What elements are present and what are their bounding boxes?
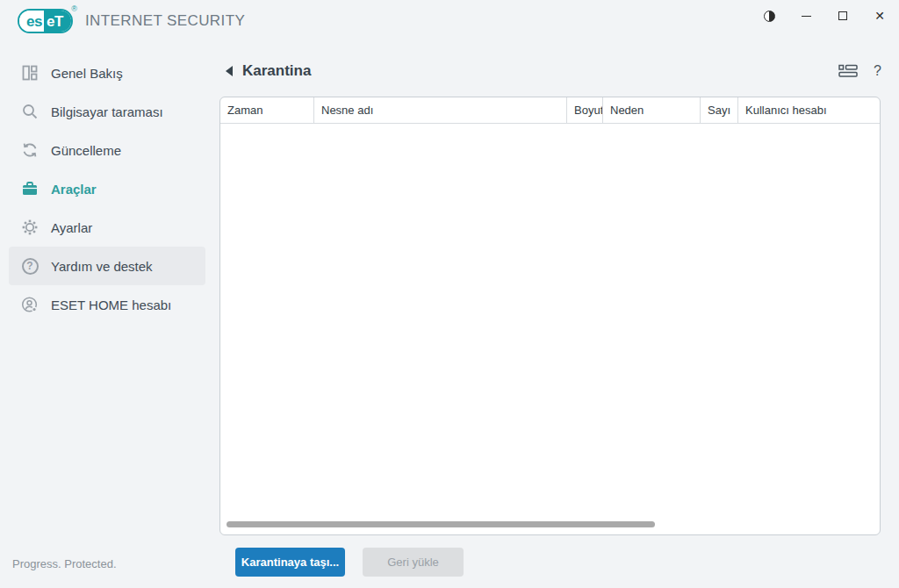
details-view-icon[interactable] <box>838 64 858 78</box>
sidebar-item-label: Yardım ve destek <box>51 259 153 274</box>
sidebar-item-label: ESET HOME hesabı <box>51 298 171 312</box>
sidebar-item-settings[interactable]: Ayarlar <box>9 208 205 247</box>
product-name: INTERNET SECURITY <box>85 12 245 30</box>
eset-logo-pill: es eT ® <box>18 9 73 33</box>
back-button[interactable] <box>219 61 239 81</box>
column-header-reason[interactable]: Neden <box>603 97 701 123</box>
gear-icon <box>21 219 39 236</box>
help-icon[interactable]: ? <box>874 63 881 79</box>
refresh-icon <box>21 141 39 159</box>
window-controls: ✕ <box>762 0 887 32</box>
sidebar-item-eset-home-account[interactable]: ESET HOME hesabı <box>9 285 205 324</box>
quarantine-table-panel: Zaman Nesne adı Boyut Neden Sayı Kullanı… <box>219 97 881 535</box>
sidebar-item-label: Ayarlar <box>51 220 92 235</box>
restore-button[interactable]: Geri yükle <box>363 548 464 577</box>
page-title: Karantina <box>242 62 311 80</box>
sidebar-item-computer-scan[interactable]: Bilgisayar taraması <box>9 92 205 131</box>
move-to-quarantine-button[interactable]: Karantinaya taşı... <box>235 548 345 577</box>
back-arrow-icon <box>226 66 233 76</box>
content-header: Karantina ? <box>219 56 881 86</box>
overview-icon <box>21 64 39 82</box>
eset-logo: es eT ® <box>18 9 73 33</box>
briefcase-icon <box>21 180 39 197</box>
column-header-object-name[interactable]: Nesne adı <box>314 97 567 123</box>
search-icon <box>21 103 39 120</box>
sidebar-item-help-support[interactable]: ? Yardım ve destek <box>9 247 205 285</box>
sidebar-item-label: Genel Bakış <box>51 66 123 81</box>
eset-logo-text-left: es <box>19 11 44 32</box>
column-header-time[interactable]: Zaman <box>220 97 314 123</box>
table-body-empty <box>220 124 880 501</box>
help-icon: ? <box>21 257 39 275</box>
sidebar-item-label: Araçlar <box>51 182 97 197</box>
sidebar-item-label: Bilgisayar taraması <box>51 104 163 119</box>
sidebar-item-overview[interactable]: Genel Bakış <box>9 54 205 92</box>
sidebar-item-update[interactable]: Güncelleme <box>9 131 205 169</box>
contrast-toggle-icon[interactable] <box>762 9 776 23</box>
table-header-row: Zaman Nesne adı Boyut Neden Sayı Kullanı… <box>220 97 880 124</box>
sidebar: Genel Bakış Bilgisayar taraması Güncelle… <box>0 54 214 324</box>
registered-mark: ® <box>71 4 77 13</box>
column-header-count[interactable]: Sayı <box>701 97 738 123</box>
horizontal-scrollbar-thumb[interactable] <box>227 521 655 527</box>
close-button[interactable]: ✕ <box>873 9 887 23</box>
maximize-button[interactable] <box>836 9 850 23</box>
status-text: Progress. Protected. <box>12 557 117 570</box>
account-icon <box>21 296 39 313</box>
eset-logo-text-right: eT <box>44 11 71 32</box>
column-header-size[interactable]: Boyut <box>567 97 603 123</box>
sidebar-item-tools[interactable]: Araçlar <box>9 169 205 208</box>
minimize-button[interactable] <box>799 9 813 23</box>
column-header-user-account[interactable]: Kullanıcı hesabı <box>738 97 880 123</box>
sidebar-item-label: Güncelleme <box>51 143 121 158</box>
footer-buttons: Karantinaya taşı... Geri yükle <box>235 548 464 577</box>
